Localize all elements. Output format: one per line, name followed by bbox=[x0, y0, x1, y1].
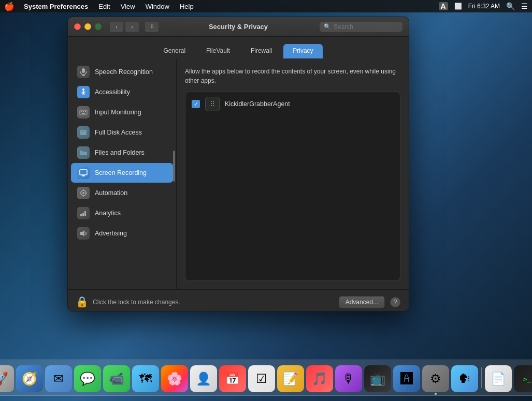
menubar-app-name[interactable]: System Preferences bbox=[20, 0, 92, 12]
sidebar-item-advertising[interactable]: Advertising bbox=[71, 224, 173, 243]
podcasts-icon: 🎙 bbox=[342, 372, 355, 386]
dock-item-photos[interactable]: 🌸 bbox=[161, 365, 188, 392]
sidebar-scrollbar bbox=[173, 151, 175, 182]
screen-recording-icon bbox=[77, 167, 90, 179]
feedback-icon: 🗣 bbox=[458, 372, 471, 386]
finder2-icon: 📄 bbox=[491, 372, 506, 386]
menubar-time: Fri 6:32 AM bbox=[468, 3, 500, 10]
svg-rect-7 bbox=[85, 111, 86, 112]
dock-item-maps[interactable]: 🗺 bbox=[132, 365, 159, 392]
search-icon: 🔍 bbox=[324, 23, 331, 30]
launchpad-icon: 🚀 bbox=[0, 372, 8, 386]
contacts-icon: 👤 bbox=[196, 372, 211, 386]
sidebar-item-accessibility[interactable]: Accessibility bbox=[71, 82, 173, 102]
dock-separator bbox=[481, 367, 482, 388]
tab-general[interactable]: General bbox=[154, 44, 195, 58]
dock-item-messages[interactable]: 💬 bbox=[74, 365, 101, 392]
sidebar-label-files-and-folders: Files and Folders bbox=[95, 149, 145, 156]
menubar-display-icon: ⬜ bbox=[454, 3, 462, 10]
dock-item-launchpad[interactable]: 🚀 bbox=[0, 365, 14, 392]
description-text: Allow the apps below to record the conte… bbox=[185, 67, 400, 85]
forward-button[interactable]: › bbox=[125, 22, 139, 32]
photos-icon: 🌸 bbox=[167, 372, 182, 386]
analytics-icon bbox=[77, 207, 90, 219]
sidebar-item-analytics[interactable]: Analytics bbox=[71, 203, 173, 223]
help-button[interactable]: ? bbox=[390, 297, 400, 307]
sidebar-item-input-monitoring[interactable]: Input Monitoring bbox=[71, 102, 173, 122]
svg-rect-21 bbox=[84, 211, 86, 216]
terminal-icon: >_ bbox=[523, 375, 531, 383]
menubar-help[interactable]: Help bbox=[176, 0, 198, 12]
sidebar-item-automation[interactable]: Automation bbox=[71, 183, 173, 203]
window-content: Speech Recognition Accessibility bbox=[68, 58, 409, 289]
bottom-bar: 🔒 Click the lock to make changes. Advanc… bbox=[68, 289, 409, 311]
close-button[interactable] bbox=[74, 23, 81, 30]
sidebar-item-screen-recording[interactable]: Screen Recording bbox=[71, 163, 173, 183]
dock-item-facetime[interactable]: 📹 bbox=[103, 365, 130, 392]
reminders-icon: ☑ bbox=[256, 372, 267, 386]
sidebar-label-screen-recording: Screen Recording bbox=[95, 169, 147, 176]
minimize-button[interactable] bbox=[84, 23, 91, 30]
dock-item-calendar[interactable]: 📅 bbox=[219, 365, 246, 392]
svg-rect-10 bbox=[80, 170, 87, 175]
speech-recognition-icon bbox=[77, 66, 90, 78]
apple-menu[interactable]: 🍎 bbox=[4, 2, 15, 11]
search-input[interactable] bbox=[334, 23, 398, 31]
dock-item-finder2[interactable]: 📄 bbox=[485, 365, 512, 392]
advanced-button[interactable]: Advanced... bbox=[339, 296, 385, 308]
dock-item-appletv[interactable]: 📺 bbox=[364, 365, 391, 392]
tab-privacy[interactable]: Privacy bbox=[283, 44, 322, 58]
sidebar-label-analytics: Analytics bbox=[95, 210, 121, 217]
sidebar-label-automation: Automation bbox=[95, 189, 127, 197]
lock-icon[interactable]: 🔒 bbox=[76, 295, 88, 309]
menubar-control-icon[interactable]: ☰ bbox=[521, 2, 528, 10]
menubar-window[interactable]: Window bbox=[141, 0, 174, 12]
maximize-button[interactable] bbox=[95, 23, 102, 30]
sidebar-item-files-and-folders[interactable]: Files and Folders bbox=[71, 143, 173, 162]
svg-rect-4 bbox=[80, 110, 87, 115]
checkbox-check-icon: ✓ bbox=[194, 101, 198, 108]
menubar-edit[interactable]: Edit bbox=[94, 0, 114, 12]
appletv-icon: 📺 bbox=[370, 372, 385, 386]
sidebar-item-speech-recognition[interactable]: Speech Recognition bbox=[71, 62, 173, 82]
dock-item-safari[interactable]: 🧭 bbox=[16, 365, 43, 392]
safari-icon: 🧭 bbox=[22, 372, 37, 386]
menubar-view[interactable]: View bbox=[117, 0, 139, 12]
tab-filevault[interactable]: FileVault bbox=[197, 44, 239, 58]
mail-icon: ✉ bbox=[53, 372, 64, 386]
dock-item-sysprefs[interactable]: ⚙ bbox=[422, 365, 449, 392]
security-privacy-window: ‹ › ⠿ Security & Privacy 🔍 General FileV… bbox=[67, 17, 409, 311]
sidebar-item-full-disk-access[interactable]: Full Disk Access bbox=[71, 123, 173, 142]
dock-item-terminal[interactable]: >_ bbox=[514, 365, 533, 392]
svg-rect-0 bbox=[82, 68, 85, 73]
grid-button[interactable]: ⠿ bbox=[145, 22, 159, 32]
sidebar-label-advertising: Advertising bbox=[95, 230, 127, 237]
menubar-a-icon: A bbox=[439, 2, 448, 10]
list-item[interactable]: ✓ KickidlerGrabberAgent bbox=[185, 92, 400, 116]
tab-firewall[interactable]: Firewall bbox=[241, 44, 281, 58]
dock-item-appstore[interactable]: 🅰 bbox=[393, 365, 420, 392]
appstore-icon: 🅰 bbox=[400, 372, 413, 386]
main-panel: Allow the apps below to record the conte… bbox=[177, 58, 409, 289]
dock-item-feedback[interactable]: 🗣 bbox=[451, 365, 478, 392]
menubar-search-icon[interactable]: 🔍 bbox=[506, 2, 515, 10]
svg-rect-20 bbox=[82, 213, 84, 216]
app-checkbox-kickidler[interactable]: ✓ bbox=[192, 100, 200, 108]
search-box[interactable]: 🔍 bbox=[320, 22, 402, 32]
traffic-lights bbox=[74, 23, 102, 30]
sidebar-label-full-disk-access: Full Disk Access bbox=[95, 129, 142, 136]
sidebar-label-input-monitoring: Input Monitoring bbox=[95, 109, 141, 116]
notes-icon: 📝 bbox=[283, 372, 298, 386]
input-monitoring-icon bbox=[77, 106, 90, 118]
back-button[interactable]: ‹ bbox=[110, 22, 123, 32]
tab-bar: General FileVault Firewall Privacy bbox=[68, 37, 409, 58]
dock-item-contacts[interactable]: 👤 bbox=[190, 365, 217, 392]
dock-item-podcasts[interactable]: 🎙 bbox=[335, 365, 362, 392]
dock-item-reminders[interactable]: ☑ bbox=[248, 365, 275, 392]
dock-item-notes[interactable]: 📝 bbox=[277, 365, 304, 392]
svg-rect-6 bbox=[83, 111, 84, 112]
sidebar: Speech Recognition Accessibility bbox=[68, 58, 177, 289]
dock-item-mail[interactable]: ✉ bbox=[45, 365, 72, 392]
svg-rect-19 bbox=[80, 214, 82, 216]
dock-item-music[interactable]: 🎵 bbox=[306, 365, 333, 392]
